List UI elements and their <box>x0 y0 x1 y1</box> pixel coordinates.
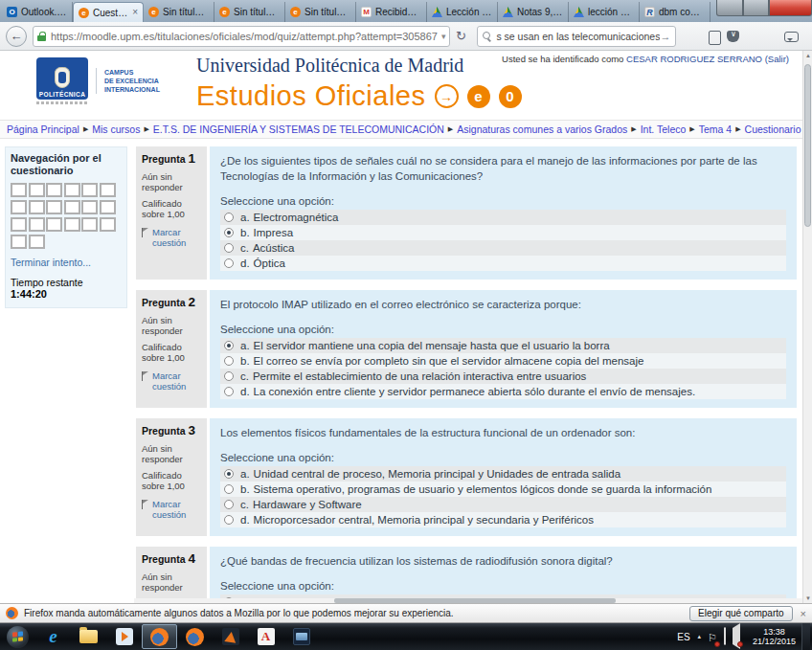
clipboard-icon[interactable] <box>705 30 724 43</box>
radio-button[interactable] <box>224 500 234 509</box>
answer-option[interactable]: b. Impresa <box>220 225 786 240</box>
question-nav-button[interactable] <box>29 235 45 249</box>
taskbar-media-player-icon[interactable] <box>106 624 142 649</box>
tab-close-icon[interactable]: × <box>132 8 138 17</box>
browser-tab[interactable]: Outlook.co... <box>2 2 73 22</box>
breadcrumb-link[interactable]: Mis cursos <box>92 123 140 135</box>
choose-share-button[interactable]: Elegir qué comparto <box>689 606 793 621</box>
answer-option[interactable]: b. Sistema operativo, programas de usuar… <box>220 482 786 497</box>
flag-question-link[interactable]: Marcar cuestión <box>142 370 201 392</box>
answer-option[interactable]: c. Hardaware y Software <box>220 497 786 512</box>
answer-option[interactable]: d. Microporcesador central, Memoria prin… <box>220 512 786 527</box>
radio-button[interactable] <box>224 387 234 396</box>
breadcrumb-link[interactable]: E.T.S. DE INGENIERÍA Y SISTEMAS DE TELEC… <box>153 123 444 135</box>
question-nav-button[interactable] <box>11 235 27 249</box>
taskbar-internet-explorer-icon[interactable]: e <box>35 624 71 649</box>
question-nav-button[interactable] <box>64 217 80 232</box>
question-nav-button[interactable] <box>64 200 80 214</box>
hidden-icons-caret[interactable]: ▴ <box>698 633 702 640</box>
answer-option[interactable]: d. La conexión entre cliente y servidor … <box>220 384 786 399</box>
scroll-down-icon[interactable]: ▼ <box>803 594 812 603</box>
radio-button[interactable] <box>224 515 234 525</box>
maximize-button[interactable] <box>743 0 769 16</box>
taskbar-firefox-icon[interactable] <box>142 624 177 649</box>
flag-question-link[interactable]: Marcar cuestión <box>142 227 201 248</box>
logout-link[interactable]: (Salir) <box>762 54 789 64</box>
language-indicator[interactable]: ES <box>677 632 689 642</box>
answer-option[interactable]: b. El correo se envía por completo sin q… <box>220 353 786 369</box>
browser-tab[interactable]: lección 3 -... <box>569 2 640 22</box>
question-nav-button[interactable] <box>11 183 27 197</box>
question-nav-button[interactable] <box>46 217 62 232</box>
back-button[interactable]: ← <box>6 26 27 47</box>
answer-option[interactable]: a. Electromagnética <box>220 210 786 225</box>
browser-tab[interactable]: Sin título d... <box>285 2 356 22</box>
finish-attempt-link[interactable]: Terminar intento... <box>11 257 122 268</box>
user-profile-link[interactable]: CESAR RODRIGUEZ SERRANO <box>626 54 762 64</box>
answer-option[interactable]: d. Óptica <box>220 256 786 271</box>
question-nav-button[interactable] <box>11 217 27 232</box>
answer-option[interactable]: a. Unidad central de proceso, Memoria pr… <box>220 466 786 482</box>
volume-icon[interactable] <box>733 628 740 645</box>
question-nav-button[interactable] <box>81 183 98 197</box>
radio-button[interactable] <box>224 213 234 222</box>
close-button[interactable] <box>769 0 812 16</box>
breadcrumb-link[interactable]: Tema 4 <box>699 123 732 135</box>
taskbar-file-explorer-icon[interactable] <box>71 624 106 649</box>
minimize-button[interactable] <box>716 0 743 16</box>
flag-question-link[interactable]: Marcar cuestión <box>142 499 201 520</box>
search-input[interactable]: s se usan en las telecomunicaciones → <box>477 26 676 47</box>
upm-logo-block[interactable]: POLITÉCNICA CAMPUS DE EXCELENCIA INTERNA… <box>36 57 160 104</box>
address-bar[interactable]: https://moodle.upm.es/titulaciones/ofici… <box>33 26 450 47</box>
question-nav-button[interactable] <box>100 183 116 197</box>
breadcrumb-link[interactable]: Cuestionario Tema 4 <box>745 123 802 135</box>
question-nav-button[interactable] <box>81 200 98 214</box>
question-nav-button[interactable] <box>11 200 27 214</box>
answer-option[interactable]: c. Permite el establecimiento de una rel… <box>220 369 786 384</box>
browser-tab[interactable]: Sin título d... <box>214 2 285 22</box>
search-go-icon[interactable]: → <box>660 31 670 42</box>
radio-button[interactable] <box>224 469 234 479</box>
breadcrumb-link[interactable]: Asignaturas comunes a varios Grados <box>457 123 627 135</box>
vertical-scrollbar[interactable]: ▲ ▼ <box>802 51 812 603</box>
question-nav-button[interactable] <box>81 217 98 232</box>
network-icon[interactable] <box>724 628 726 645</box>
taskbar-image-viewer-icon[interactable] <box>283 624 319 649</box>
radio-button[interactable] <box>224 228 234 237</box>
radio-button[interactable] <box>224 484 234 494</box>
browser-tab[interactable]: Cuestio... × <box>73 2 144 22</box>
answer-option[interactable]: c. Acústica <box>220 240 786 256</box>
scrollbar-thumb[interactable] <box>804 64 811 227</box>
chevron-down-icon[interactable]: ▾ <box>441 32 446 41</box>
question-nav-button[interactable] <box>29 217 45 232</box>
question-nav-button[interactable] <box>100 217 116 232</box>
taskbar-clock[interactable]: 13:38 21/12/2015 <box>753 627 796 646</box>
notification-close-icon[interactable]: × <box>801 608 806 619</box>
radio-button[interactable] <box>224 243 234 253</box>
radio-button[interactable] <box>224 356 234 366</box>
question-nav-button[interactable] <box>46 183 62 197</box>
browser-tab[interactable]: Recibidos -... <box>356 2 427 22</box>
show-desktop-button[interactable] <box>801 623 810 650</box>
forum-icon[interactable] <box>781 30 801 43</box>
question-nav-button[interactable] <box>46 200 62 214</box>
radio-button[interactable] <box>224 258 234 268</box>
question-nav-button[interactable] <box>29 200 45 214</box>
browser-tab[interactable]: dbm conv... <box>640 2 710 22</box>
taskbar-firefox-icon[interactable] <box>177 624 213 649</box>
taskbar-adobe-reader-icon[interactable]: A <box>248 624 283 649</box>
radio-button[interactable] <box>224 371 234 381</box>
browser-tab[interactable]: Lección 1 -... <box>427 2 498 22</box>
question-nav-button[interactable] <box>29 183 45 197</box>
answer-option[interactable]: a. El servidor mantiene una copia del me… <box>220 338 786 353</box>
breadcrumb-link[interactable]: Página Principal <box>7 123 79 135</box>
scroll-up-icon[interactable]: ▲ <box>803 51 812 60</box>
taskbar-matlab-icon[interactable] <box>213 624 248 649</box>
browser-tab[interactable]: Notas 9, 1 I... <box>498 2 569 22</box>
radio-button[interactable] <box>224 341 234 350</box>
action-center-flag-icon[interactable]: ⚐ <box>708 628 717 645</box>
question-nav-button[interactable] <box>64 183 80 197</box>
question-nav-button[interactable] <box>100 200 116 214</box>
pocket-icon[interactable] <box>724 30 743 43</box>
browser-tab[interactable]: Sin título d... <box>144 2 214 22</box>
